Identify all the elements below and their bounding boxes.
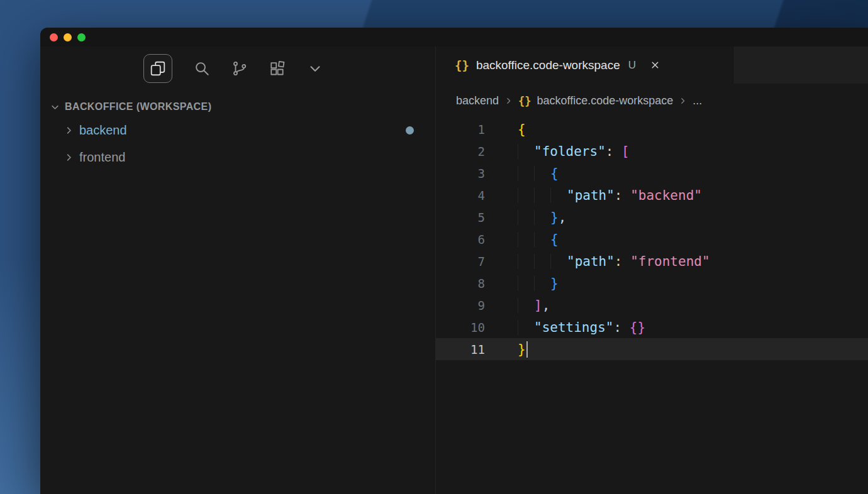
indent-guide [534, 254, 550, 269]
tab-backoffice-code-workspace[interactable]: {} backoffice.code-workspace U [436, 47, 733, 84]
line-number[interactable]: 5 [436, 211, 485, 224]
line-number[interactable]: 4 [436, 189, 485, 202]
window-titlebar[interactable] [40, 28, 868, 47]
close-traffic-light[interactable] [50, 33, 58, 41]
code-token: "path" [567, 188, 615, 203]
line-content: } [485, 341, 528, 358]
activity-bar [40, 47, 435, 91]
code-token: {} [630, 320, 645, 335]
line-number[interactable]: 11 [436, 343, 485, 356]
git-status-badge: U [628, 59, 636, 72]
code-line-6[interactable]: 6{ [436, 228, 868, 250]
code-line-4[interactable]: 4"path": "backend" [436, 184, 868, 206]
code-line-7[interactable]: 7"path": "frontend" [436, 250, 868, 272]
breadcrumb-file[interactable]: backoffice.code-workspace [537, 94, 674, 107]
code-editor[interactable]: 1{2"folders": [3{4"path": "backend"5},6{… [436, 118, 868, 494]
line-number[interactable]: 3 [436, 167, 485, 180]
indent-guide [518, 188, 534, 203]
code-token: [ [621, 144, 630, 159]
sidebar: BACKOFFICE (WORKSPACE) backendfrontend [40, 47, 435, 494]
indent-guide [534, 166, 550, 181]
code-token: "path" [567, 254, 615, 269]
code-token: "settings" [534, 320, 613, 335]
chevron-right-icon [64, 153, 74, 162]
line-number[interactable]: 6 [436, 233, 485, 246]
code-token: "frontend" [630, 254, 709, 269]
tab-label: backoffice.code-workspace [476, 58, 620, 72]
code-line-9[interactable]: 9], [436, 294, 868, 316]
code-token: "backend" [630, 188, 702, 203]
line-content: ], [485, 298, 550, 313]
line-number[interactable]: 8 [436, 277, 485, 290]
breadcrumb-symbol[interactable]: ... [693, 94, 702, 107]
code-token: : [606, 144, 621, 159]
sidebar-section-header[interactable]: BACKOFFICE (WORKSPACE) [40, 97, 435, 117]
line-content: { [485, 166, 559, 181]
breadcrumb: backend {} backoffice.code-workspace ... [436, 84, 868, 118]
code-token: } [518, 341, 526, 358]
traffic-lights [50, 33, 91, 41]
chevron-right-icon [504, 97, 513, 105]
tree-item-frontend[interactable]: frontend [40, 144, 435, 171]
indent-guide [534, 276, 550, 291]
code-token: , [559, 210, 567, 225]
line-number[interactable]: 2 [436, 145, 485, 158]
file-tree: backendfrontend [40, 117, 435, 171]
line-content: }, [485, 210, 566, 225]
workspace-title: BACKOFFICE (WORKSPACE) [65, 101, 211, 113]
indent-guide [518, 210, 534, 225]
indent-guide [518, 144, 534, 159]
indent-guide [550, 188, 567, 203]
json-file-icon: {} [455, 58, 469, 72]
minimize-traffic-light[interactable] [64, 33, 72, 41]
modified-dot-indicator [406, 126, 414, 134]
line-content: "settings": {} [485, 320, 645, 335]
code-token: , [542, 298, 550, 313]
search-icon[interactable] [194, 60, 210, 77]
close-icon[interactable] [650, 60, 660, 70]
tree-item-backend[interactable]: backend [40, 117, 435, 144]
tab-bar-empty-space [733, 47, 868, 84]
extensions-icon[interactable] [269, 60, 286, 77]
breadcrumb-folder[interactable]: backend [456, 94, 499, 107]
code-line-2[interactable]: 2"folders": [ [436, 140, 868, 162]
code-token: : [613, 320, 629, 335]
line-number[interactable]: 1 [436, 123, 485, 136]
line-number[interactable]: 9 [436, 299, 485, 312]
code-token: ] [534, 298, 542, 313]
more-views-icon[interactable] [307, 60, 323, 77]
json-file-icon: {} [518, 95, 531, 107]
line-number[interactable]: 7 [436, 255, 485, 268]
indent-guide [518, 166, 534, 181]
indent-guide [518, 254, 534, 269]
indent-guide [518, 298, 534, 313]
line-number[interactable]: 10 [436, 321, 485, 334]
line-content: { [485, 122, 526, 137]
code-lines: 1{2"folders": [3{4"path": "backend"5},6{… [436, 118, 868, 360]
editor-group: {} backoffice.code-workspace U backend [435, 47, 868, 494]
tab-bar: {} backoffice.code-workspace U [436, 47, 868, 84]
indent-guide [534, 232, 550, 247]
code-token: { [550, 232, 559, 247]
code-line-1[interactable]: 1{ [436, 118, 868, 140]
code-line-10[interactable]: 10"settings": {} [436, 316, 868, 338]
tree-item-label: backend [79, 123, 127, 138]
line-content: } [485, 276, 559, 291]
code-line-8[interactable]: 8} [436, 272, 868, 294]
line-content: "path": "frontend" [485, 254, 710, 269]
source-control-icon[interactable] [231, 60, 248, 77]
zoom-traffic-light[interactable] [77, 33, 86, 41]
explorer-icon[interactable] [143, 54, 172, 83]
tree-item-label: frontend [79, 150, 125, 165]
window-body: BACKOFFICE (WORKSPACE) backendfrontend {… [40, 47, 868, 494]
code-line-3[interactable]: 3{ [436, 162, 868, 184]
line-content: "path": "backend" [485, 188, 702, 203]
screen: BACKOFFICE (WORKSPACE) backendfrontend {… [0, 0, 868, 494]
code-token: : [615, 254, 630, 269]
code-token: { [518, 122, 526, 137]
indent-guide [518, 276, 534, 291]
chevron-right-icon [64, 126, 74, 135]
code-line-11[interactable]: 11} [436, 338, 868, 360]
code-line-5[interactable]: 5}, [436, 206, 868, 228]
indent-guide [518, 320, 534, 335]
